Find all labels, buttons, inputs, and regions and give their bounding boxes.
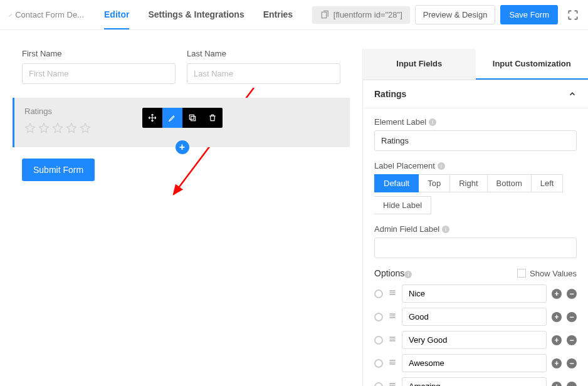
option-drag-handle[interactable] <box>388 335 397 345</box>
option-value-input[interactable] <box>402 354 547 372</box>
add-option-button[interactable]: + <box>552 312 562 322</box>
copy-icon <box>188 113 197 122</box>
option-value-input[interactable] <box>402 308 547 326</box>
option-row: +− <box>374 284 577 303</box>
option-value-input[interactable] <box>402 284 547 303</box>
customization-sidebar: Input Fields Input Customization Ratings… <box>362 49 588 386</box>
pencil-icon <box>9 10 13 20</box>
drag-icon <box>388 358 397 367</box>
star-icon <box>66 122 77 133</box>
placement-left-button[interactable]: Left <box>532 174 564 192</box>
star-icon <box>24 122 36 133</box>
remove-option-button[interactable]: − <box>567 358 577 368</box>
option-radio[interactable] <box>374 382 383 387</box>
drag-icon <box>388 381 397 386</box>
option-row: +− <box>374 354 577 372</box>
info-icon[interactable]: i <box>404 271 412 278</box>
last-name-label: Last Name <box>187 49 340 58</box>
option-radio[interactable] <box>374 359 383 368</box>
main-tabs: Editor Settings & Integrations Entries <box>104 1 293 29</box>
drag-icon <box>388 311 397 320</box>
tab-settings[interactable]: Settings & Integrations <box>148 1 244 29</box>
option-row: +− <box>374 331 577 349</box>
edit-field-button[interactable] <box>162 108 182 128</box>
star-icon <box>52 122 63 133</box>
move-icon <box>148 113 157 122</box>
trash-icon <box>208 113 217 122</box>
admin-field-label-group: Admin Field Labeli <box>374 224 577 258</box>
placement-bottom-button[interactable]: Bottom <box>488 174 532 192</box>
admin-field-label-input[interactable] <box>374 237 577 258</box>
add-option-button[interactable]: + <box>552 358 562 368</box>
option-drag-handle[interactable] <box>388 381 397 386</box>
option-radio[interactable] <box>374 290 383 298</box>
placement-default-button[interactable]: Default <box>374 174 419 192</box>
form-title[interactable]: Contact Form De... <box>9 10 84 20</box>
add-option-button[interactable]: + <box>552 335 562 345</box>
option-radio[interactable] <box>374 336 383 345</box>
option-drag-handle[interactable] <box>388 358 397 368</box>
form-canvas: First Name Last Name Ratings <box>0 49 362 386</box>
add-option-button[interactable]: + <box>552 289 562 299</box>
remove-option-button[interactable]: − <box>567 312 577 322</box>
panel-title: Ratings <box>374 89 406 99</box>
preview-design-button[interactable]: Preview & Design <box>415 5 496 24</box>
save-form-button[interactable]: Save Form <box>500 5 558 24</box>
label-placement-group: Label Placementi DefaultTopRightBottomLe… <box>374 161 577 214</box>
first-name-field: First Name <box>22 49 176 84</box>
option-drag-handle[interactable] <box>388 311 397 322</box>
top-bar: Contact Form De... Editor Settings & Int… <box>0 0 588 30</box>
drag-icon <box>388 335 397 343</box>
submit-form-button[interactable]: Submit Form <box>22 159 95 181</box>
info-icon[interactable]: i <box>438 162 445 170</box>
copy-icon <box>320 10 330 20</box>
last-name-input[interactable] <box>187 63 340 84</box>
placement-right-button[interactable]: Right <box>450 174 487 192</box>
first-name-input[interactable] <box>22 63 176 84</box>
star-icon <box>80 122 91 133</box>
delete-field-button[interactable] <box>202 108 223 128</box>
placement-top-button[interactable]: Top <box>419 174 450 192</box>
move-field-button[interactable] <box>142 108 162 128</box>
option-value-input[interactable] <box>402 331 547 349</box>
chevron-up-icon <box>568 90 577 98</box>
element-label-group: Element Labeli <box>374 117 577 151</box>
add-field-button[interactable]: + <box>176 140 189 154</box>
ratings-field-selected[interactable]: Ratings + <box>13 98 350 147</box>
remove-option-button[interactable]: − <box>567 289 577 299</box>
option-radio[interactable] <box>374 313 383 321</box>
info-icon[interactable]: i <box>429 118 436 126</box>
admin-field-label-label: Admin Field Label <box>374 224 439 234</box>
star-icon <box>38 122 50 133</box>
checkbox-icon <box>517 269 526 278</box>
tab-entries[interactable]: Entries <box>263 1 293 29</box>
add-option-button[interactable]: + <box>552 382 562 387</box>
drag-icon <box>388 288 397 297</box>
element-label-input[interactable] <box>374 130 577 151</box>
first-name-label: First Name <box>22 49 176 58</box>
option-value-input[interactable] <box>402 377 547 386</box>
options-label: Options <box>374 268 404 278</box>
label-placement-label: Label Placement <box>374 161 435 170</box>
remove-option-button[interactable]: − <box>567 335 577 345</box>
last-name-field: Last Name <box>187 49 340 84</box>
panel-header[interactable]: Ratings <box>363 80 588 108</box>
element-label-label: Element Label <box>374 117 426 127</box>
info-icon[interactable]: i <box>442 226 449 233</box>
show-values-toggle[interactable]: Show Values <box>517 269 577 278</box>
tab-editor[interactable]: Editor <box>104 1 129 29</box>
remove-option-button[interactable]: − <box>567 382 577 387</box>
tab-input-fields[interactable]: Input Fields <box>363 49 476 80</box>
fullscreen-icon[interactable] <box>567 9 579 21</box>
placement-hide-label-button[interactable]: Hide Label <box>374 196 431 214</box>
option-row: +− <box>374 377 577 386</box>
option-drag-handle[interactable] <box>388 288 397 299</box>
duplicate-field-button[interactable] <box>182 108 202 128</box>
shortcode-display[interactable]: [fluentform id="28"] <box>312 6 410 24</box>
field-edit-toolbar <box>142 108 223 128</box>
tab-input-customization[interactable]: Input Customization <box>476 49 589 80</box>
option-row: +− <box>374 308 577 326</box>
pencil-icon <box>168 113 177 122</box>
